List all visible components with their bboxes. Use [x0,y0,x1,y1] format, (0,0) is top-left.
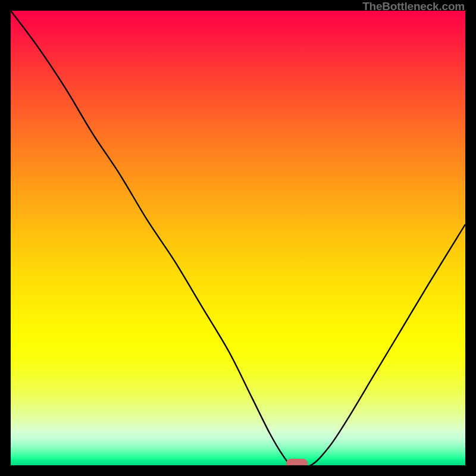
chart-container: TheBottleneck.com [0,0,476,476]
curve-layer [11,11,465,465]
watermark-text: TheBottleneck.com [362,0,465,13]
bottleneck-curve [11,11,465,465]
plot-area [11,11,465,465]
optimum-marker [286,459,308,465]
